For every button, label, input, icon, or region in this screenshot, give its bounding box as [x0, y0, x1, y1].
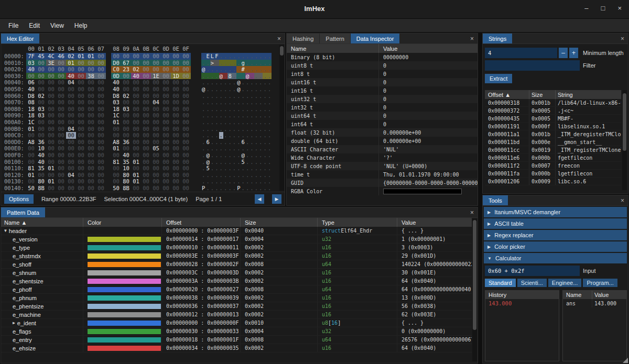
hex-ascii-char[interactable]: . [236, 159, 241, 166]
hex-byte[interactable]: 00 [76, 119, 86, 126]
tab-hashing[interactable]: Hashing [287, 34, 319, 43]
hex-ascii-char[interactable]: . [232, 132, 236, 139]
hex-ascii-char[interactable]: . [250, 79, 254, 86]
hex-ascii-char[interactable]: . [254, 112, 258, 119]
pattern-row[interactable]: e_ehsize0x00000034 : 0x000000350x0002u16… [1, 344, 472, 352]
hex-byte[interactable]: 00 [141, 152, 151, 159]
hex-ascii-char[interactable]: . [227, 93, 232, 100]
hex-byte[interactable]: 00 [86, 93, 96, 100]
hex-ascii-char[interactable]: . [227, 66, 232, 73]
hex-byte[interactable]: 38 [86, 73, 96, 80]
hex-ascii-char[interactable]: . [236, 139, 241, 146]
hex-ascii-char[interactable]: . [267, 126, 272, 133]
hex-ascii-char[interactable]: . [219, 99, 223, 106]
hex-byte[interactable]: 00 [56, 73, 66, 80]
hex-byte[interactable]: 00 [161, 66, 171, 73]
hex-byte[interactable]: 00 [56, 139, 66, 146]
strings-row[interactable]: 0x000011fa0x000blgetfilecon [485, 170, 621, 178]
hex-ascii-char[interactable]: . [245, 106, 250, 113]
hex-ascii-char[interactable]: . [214, 126, 219, 133]
menu-file[interactable]: File [3, 20, 24, 31]
hex-byte[interactable]: 00 [181, 145, 191, 152]
hex-byte[interactable]: 00 [181, 139, 191, 146]
hex-ascii-char[interactable]: . [258, 139, 263, 146]
hex-ascii-char[interactable]: . [214, 99, 219, 106]
chevron-down-icon[interactable]: ▼ [4, 228, 7, 233]
tool-itanium-msvc-demangler[interactable]: ▶Itanium/MSVC demangler [484, 207, 627, 217]
min-length-input[interactable]: 4 [485, 48, 557, 58]
hex-byte[interactable]: 01 [66, 60, 76, 67]
hex-ascii-char[interactable]: . [214, 60, 219, 67]
hex-byte[interactable]: 00 [66, 112, 76, 119]
hex-byte[interactable]: D8 [111, 93, 121, 100]
hex-ascii-char[interactable]: . [250, 99, 254, 106]
hex-byte[interactable]: 00 [171, 112, 181, 119]
inspector-col-name[interactable]: Name [287, 46, 378, 52]
hex-ascii-char[interactable]: . [214, 86, 219, 93]
hex-byte[interactable]: 00 [86, 159, 96, 166]
hex-ascii-char[interactable]: . [227, 185, 232, 192]
hex-byte[interactable]: 00 [76, 145, 86, 152]
hex-byte[interactable]: 00 [76, 93, 86, 100]
pattern-row[interactable]: e_version0x00000014 : 0x000000170x0004u3… [1, 235, 472, 244]
hex-byte[interactable]: 00 [111, 178, 121, 185]
hex-byte[interactable]: 01 [131, 159, 141, 166]
hex-ascii-char[interactable]: . [245, 132, 250, 139]
hex-ascii-char[interactable]: . [223, 126, 227, 133]
hex-byte[interactable]: 00 [161, 132, 171, 139]
hex-byte[interactable]: 00 [76, 66, 86, 73]
hex-byte[interactable]: 00 [76, 99, 86, 106]
hex-byte[interactable]: 00 [66, 185, 76, 192]
hex-byte[interactable]: 00 [66, 106, 76, 113]
hex-ascii-char[interactable]: . [223, 139, 227, 146]
hex-ascii-char[interactable]: . [214, 152, 219, 159]
close-window-icon[interactable]: × [617, 4, 622, 12]
hex-ascii-char[interactable]: . [210, 139, 214, 146]
hex-byte[interactable]: 00 [131, 60, 141, 67]
hex-ascii-char[interactable]: . [236, 132, 241, 139]
hex-byte[interactable]: 00 [46, 152, 56, 159]
hex-byte[interactable]: 00 [76, 106, 86, 113]
strings-row[interactable]: 0x000011cc0x0019_ITM_registerTMCloneTabl… [485, 146, 621, 154]
hex-byte[interactable]: 00 [86, 126, 96, 133]
hex-byte[interactable]: 00 [86, 79, 96, 86]
hex-byte[interactable]: 00 [121, 132, 131, 139]
hex-ascii-char[interactable]: . [210, 86, 214, 93]
hex-ascii-char[interactable]: . [201, 93, 205, 100]
hex-ascii-char[interactable]: . [232, 66, 236, 73]
hex-ascii-char[interactable]: . [223, 132, 227, 139]
hex-ascii-char[interactable]: . [210, 165, 214, 172]
hex-byte[interactable]: 01 [46, 165, 56, 172]
hex-byte[interactable]: 00 [46, 145, 56, 152]
hex-byte[interactable]: 4C [46, 53, 56, 60]
hex-byte[interactable]: 40 [111, 79, 121, 86]
hex-ascii-char[interactable]: . [250, 165, 254, 172]
hex-ascii-char[interactable]: . [241, 178, 245, 185]
hex-byte[interactable]: 00 [96, 66, 106, 73]
hex-byte[interactable]: 40 [26, 86, 36, 93]
hex-ascii-char[interactable]: . [232, 119, 236, 126]
hex-byte[interactable]: 00 [151, 132, 161, 139]
hex-ascii-char[interactable]: . [250, 139, 254, 146]
pattern-row[interactable]: e_phnum0x00000038 : 0x000000390x0002u161… [1, 294, 472, 302]
hex-byte[interactable]: 00 [56, 145, 66, 152]
hex-byte[interactable]: 00 [141, 165, 151, 172]
hex-byte[interactable]: 00 [66, 119, 76, 126]
hex-ascii-char[interactable]: . [232, 106, 236, 113]
hex-byte[interactable]: 00 [141, 178, 151, 185]
hex-ascii-char[interactable]: . [205, 106, 210, 113]
hex-ascii-char[interactable]: . [205, 86, 210, 93]
strings-row[interactable]: 0x000012060x0009libc.so.6 [485, 178, 621, 185]
hex-ascii-char[interactable]: . [223, 159, 227, 166]
hex-ascii-char[interactable]: . [219, 152, 223, 159]
pattern-row[interactable]: ▼header0x00000000 : 0x0000003F0x0040stru… [1, 227, 472, 235]
hex-ascii-char[interactable]: . [267, 172, 272, 179]
hex-ascii-char[interactable]: . [267, 73, 272, 80]
hex-ascii-char[interactable]: . [214, 145, 219, 152]
hex-byte[interactable]: 00 [141, 145, 151, 152]
hex-byte[interactable]: 00 [131, 79, 141, 86]
hex-ascii-char[interactable]: . [267, 178, 272, 185]
hex-byte[interactable]: 00 [36, 172, 46, 179]
hex-byte[interactable]: 00 [56, 126, 66, 133]
hex-ascii-char[interactable]: . [205, 119, 210, 126]
